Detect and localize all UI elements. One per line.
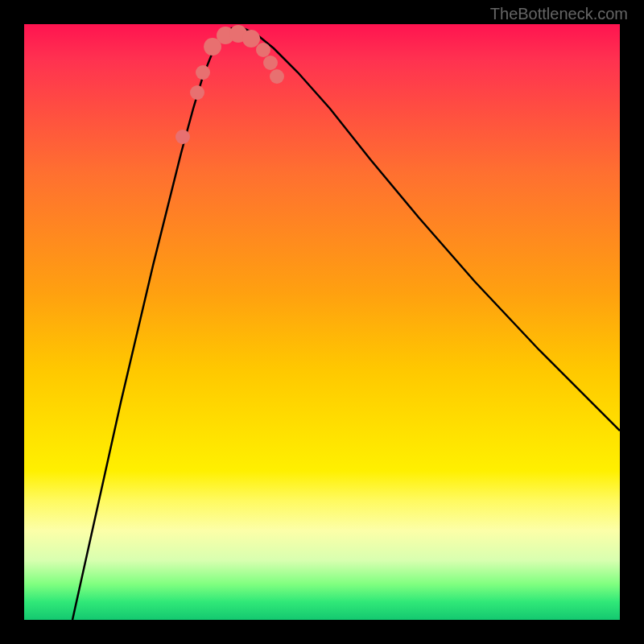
curve-marker xyxy=(270,69,284,84)
curve-marker xyxy=(263,56,278,70)
chart-svg xyxy=(24,24,620,620)
curve-marker xyxy=(190,85,204,100)
chart-plot-area xyxy=(24,24,620,620)
watermark-text: TheBottleneck.com xyxy=(490,5,628,23)
bottleneck-curve xyxy=(72,28,620,620)
curve-marker xyxy=(175,130,190,144)
curve-marker xyxy=(256,43,270,57)
curve-marker xyxy=(242,30,260,47)
curve-marker xyxy=(196,65,210,80)
